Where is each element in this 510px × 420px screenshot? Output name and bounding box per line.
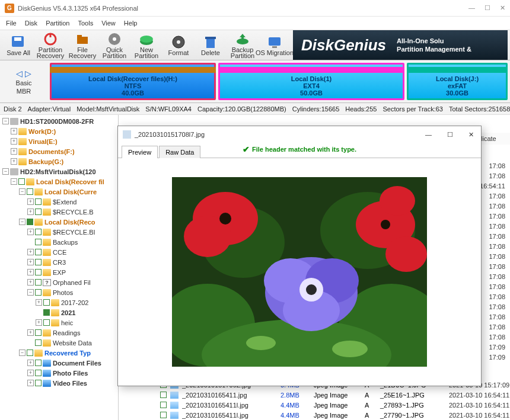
tree-item[interactable]: +$RECYCLE.B bbox=[0, 207, 118, 217]
tree-item[interactable]: +$RECYCLE.BI bbox=[0, 227, 118, 237]
tree-item[interactable]: +$Extend bbox=[0, 197, 118, 207]
window-minimize-button[interactable]: — bbox=[468, 4, 475, 12]
tree-item[interactable]: +Backup(G:) bbox=[0, 156, 118, 166]
tree-item[interactable]: +Readings bbox=[0, 328, 118, 338]
tree-checkbox[interactable] bbox=[43, 319, 50, 326]
backup-partition-button[interactable]: Backup Partition bbox=[227, 30, 259, 60]
file-row[interactable]: _20210310165411l.jpg4.4MBJpeg ImageA_278… bbox=[160, 400, 510, 410]
partition-block-2[interactable]: Local Disk(J:)exFAT30.0GB bbox=[407, 63, 508, 100]
tree-expander-icon[interactable]: + bbox=[27, 329, 34, 336]
tree-checkbox[interactable] bbox=[18, 178, 25, 185]
tree-item[interactable]: −Local Disk(Recover fil bbox=[0, 177, 118, 187]
tree-item[interactable]: Website Data bbox=[0, 338, 118, 348]
tree-checkbox[interactable] bbox=[35, 259, 42, 265]
tree-item[interactable]: +heic bbox=[0, 318, 118, 328]
tree-item[interactable]: +CR3 bbox=[0, 257, 118, 267]
dialog-close-button[interactable]: ✕ bbox=[466, 131, 476, 139]
tree-item[interactable]: +Virual(E:) bbox=[0, 136, 118, 146]
file-checkbox[interactable] bbox=[160, 412, 167, 418]
window-close-button[interactable]: ✕ bbox=[500, 4, 505, 12]
tree-expander-icon[interactable]: + bbox=[11, 148, 17, 155]
menu-partition[interactable]: Partition bbox=[46, 20, 69, 27]
tree-item[interactable]: +2017-202 bbox=[0, 297, 118, 307]
tree-checkbox[interactable] bbox=[43, 299, 50, 306]
tree-expander-icon[interactable]: + bbox=[27, 249, 34, 255]
dialog-titlebar[interactable]: _20210310151708l7.jpg — ☐ ✕ bbox=[118, 126, 481, 143]
tree-expander-icon[interactable]: + bbox=[27, 279, 34, 286]
disk-nav-arrows[interactable]: ◁ ▷ bbox=[16, 69, 31, 78]
tree-item[interactable]: +Work(D:) bbox=[0, 126, 118, 136]
tree-expander-icon[interactable]: − bbox=[2, 168, 9, 175]
tree-expander-icon[interactable]: + bbox=[27, 370, 34, 376]
window-maximize-button[interactable]: ☐ bbox=[485, 4, 490, 12]
tree-expander-icon[interactable]: + bbox=[11, 138, 17, 145]
tree-expander-icon[interactable]: + bbox=[27, 259, 34, 265]
tree-item[interactable]: +Photo Files bbox=[0, 368, 118, 378]
tree-checkbox[interactable] bbox=[35, 239, 42, 245]
file-row[interactable]: _20210310165411.jpg2.8MBJpeg ImageA_25E1… bbox=[160, 390, 510, 400]
partition-block-0[interactable]: Local Disk(Recover files)(H:)NTFS40.0GB bbox=[50, 63, 216, 100]
tree-expander-icon[interactable]: + bbox=[11, 158, 17, 165]
tree-checkbox[interactable] bbox=[35, 209, 42, 215]
tree-checkbox[interactable] bbox=[27, 219, 33, 225]
tree-expander-icon[interactable]: + bbox=[27, 229, 34, 235]
tree-expander-icon[interactable]: − bbox=[19, 350, 26, 356]
tree-checkbox[interactable] bbox=[35, 329, 42, 336]
tree-item[interactable]: +EXP bbox=[0, 267, 118, 277]
tree-item[interactable]: +?Orphaned Fil bbox=[0, 277, 118, 287]
delete-button[interactable]: Delete bbox=[195, 30, 227, 60]
tree-checkbox[interactable] bbox=[35, 339, 42, 346]
file-recovery-button[interactable]: File Recovery bbox=[66, 30, 98, 60]
tab-raw-data[interactable]: Raw Data bbox=[159, 146, 200, 158]
tree-expander-icon[interactable]: − bbox=[27, 289, 34, 296]
file-row[interactable]: _20210310165411l.jpg4.4MBJpeg ImageA_277… bbox=[160, 410, 510, 420]
dialog-minimize-button[interactable]: — bbox=[423, 131, 434, 139]
tree-item[interactable]: +Video Files bbox=[0, 378, 118, 388]
tree-expander-icon[interactable]: + bbox=[27, 360, 34, 366]
tree-checkbox[interactable] bbox=[35, 380, 42, 386]
column-header-fragment[interactable]: licate bbox=[478, 133, 510, 145]
tree-expander-icon[interactable]: + bbox=[27, 380, 34, 386]
menu-tools[interactable]: Tools bbox=[78, 20, 93, 27]
tree-item[interactable]: +Documents(F:) bbox=[0, 146, 118, 156]
format-button[interactable]: Format bbox=[162, 30, 195, 60]
tree-expander-icon[interactable]: + bbox=[27, 198, 34, 205]
menu-disk[interactable]: Disk bbox=[25, 20, 37, 27]
tree-expander-icon[interactable]: − bbox=[19, 219, 26, 225]
save-all-button[interactable]: Save All bbox=[2, 30, 34, 60]
tree-expander-icon[interactable]: + bbox=[36, 319, 42, 326]
tree-item[interactable]: 2021 bbox=[0, 307, 118, 318]
partition-recovery-button[interactable]: Partition Recovery bbox=[34, 30, 66, 60]
tree-expander-icon[interactable]: − bbox=[19, 188, 26, 195]
tree-expander-icon[interactable]: + bbox=[27, 209, 34, 215]
tree-item[interactable]: −HD2:MsftVirtualDisk(120 bbox=[0, 166, 118, 177]
tab-preview[interactable]: Preview bbox=[122, 146, 158, 158]
quick-partition-button[interactable]: Quick Partition bbox=[98, 30, 130, 60]
tree-expander-icon[interactable]: − bbox=[2, 118, 9, 124]
dialog-maximize-button[interactable]: ☐ bbox=[445, 131, 455, 139]
tree-checkbox[interactable] bbox=[35, 198, 42, 205]
new-partition-button[interactable]: New Partition bbox=[130, 30, 162, 60]
tree-expander-icon[interactable]: + bbox=[36, 299, 42, 306]
menu-help[interactable]: Help bbox=[124, 20, 138, 27]
tree-expander-icon[interactable]: + bbox=[11, 128, 17, 134]
tree-item[interactable]: +Document Files bbox=[0, 358, 118, 368]
os-migration-button[interactable]: OS Migration bbox=[259, 30, 291, 60]
tree-item[interactable]: Backups bbox=[0, 237, 118, 247]
tree-checkbox[interactable] bbox=[35, 249, 42, 255]
disk-tree[interactable]: −HD1:ST2000DM008-2FR+Work(D:)+Virual(E:)… bbox=[0, 115, 119, 420]
file-checkbox[interactable] bbox=[160, 392, 167, 398]
tree-item[interactable]: −Photos bbox=[0, 287, 118, 297]
tree-expander-icon[interactable]: − bbox=[11, 178, 17, 185]
tree-checkbox[interactable] bbox=[35, 279, 42, 286]
file-checkbox[interactable] bbox=[160, 402, 167, 408]
tree-checkbox[interactable] bbox=[35, 289, 42, 296]
tree-item[interactable]: −Local Disk(Curre bbox=[0, 187, 118, 197]
tree-item[interactable]: +CCE bbox=[0, 247, 118, 257]
tree-checkbox[interactable] bbox=[35, 229, 42, 235]
tree-checkbox[interactable] bbox=[35, 370, 42, 376]
menu-file[interactable]: File bbox=[6, 20, 17, 27]
tree-item[interactable]: −HD1:ST2000DM008-2FR bbox=[0, 116, 118, 126]
tree-checkbox[interactable] bbox=[35, 360, 42, 366]
menu-view[interactable]: View bbox=[101, 20, 116, 27]
